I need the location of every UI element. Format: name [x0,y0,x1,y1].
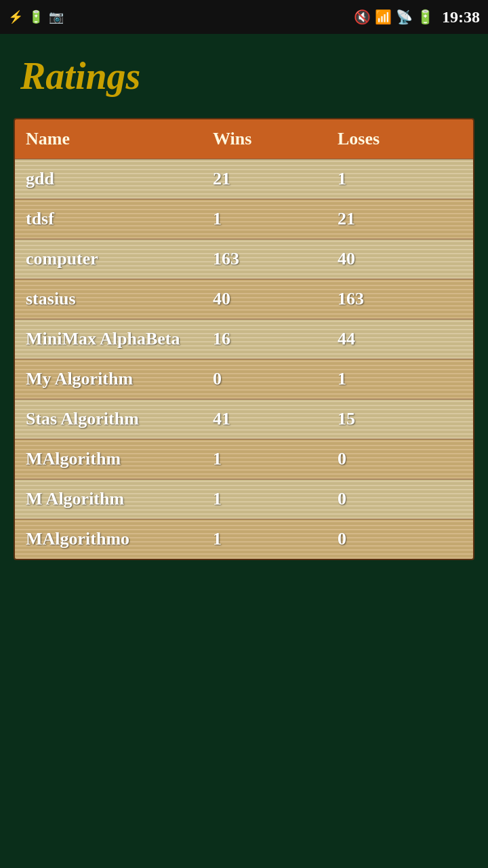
page-title: Ratings [0,34,488,111]
cell-loses: 0 [338,489,462,509]
cell-loses: 0 [338,529,462,549]
table-body: gdd211tdsf121computer16340stasius40163Mi… [15,159,473,559]
cell-wins: 41 [213,409,338,429]
cell-wins: 1 [213,529,338,549]
cell-name: Stas Algorithm [26,409,213,429]
table-row[interactable]: Stas Algorithm4115 [15,399,473,439]
cell-name: MAlgorithmo [26,529,213,549]
cell-wins: 16 [213,329,338,349]
table-row[interactable]: gdd211 [15,159,473,199]
usb-icon: ⚡ [8,9,23,24]
cell-loses: 1 [338,169,462,189]
cell-name: gdd [26,169,213,189]
cell-loses: 21 [338,209,462,229]
cell-name: M Algorithm [26,489,213,509]
cell-name: tdsf [26,209,213,229]
battery-icon: 🔋 [417,9,434,25]
cell-name: MAlgorithm [26,449,213,469]
table-row[interactable]: MAlgorithm10 [15,439,473,479]
cell-wins: 1 [213,449,338,469]
table-row[interactable]: tdsf121 [15,199,473,239]
table-row[interactable]: computer16340 [15,239,473,279]
table-row[interactable]: My Algorithm01 [15,359,473,399]
photo-icon: 📷 [49,9,64,24]
table-row[interactable]: MAlgorithmo10 [15,519,473,559]
cell-wins: 40 [213,289,338,309]
cell-name: stasius [26,289,213,309]
cell-loses: 163 [338,289,462,309]
signal-icon: 📡 [396,9,413,25]
cell-name: computer [26,249,213,269]
status-bar: ⚡ 🔋 📷 🔇 📶 📡 🔋 19:38 [0,0,488,34]
mute-icon: 🔇 [354,9,371,25]
cell-wins: 163 [213,249,338,269]
battery-small-icon: 🔋 [28,9,43,24]
wifi-icon: 📶 [375,9,392,25]
header-wins: Wins [213,129,338,149]
cell-loses: 40 [338,249,462,269]
cell-name: MiniMax AlphaBeta [26,329,213,349]
cell-loses: 44 [338,329,462,349]
cell-loses: 15 [338,409,462,429]
cell-wins: 0 [213,369,338,389]
table-header: Name Wins Loses [15,119,473,159]
cell-wins: 1 [213,209,338,229]
cell-loses: 0 [338,449,462,469]
header-loses: Loses [338,129,462,149]
cell-name: My Algorithm [26,369,213,389]
table-row[interactable]: M Algorithm10 [15,479,473,519]
status-time: 19:38 [442,8,480,26]
table-row[interactable]: stasius40163 [15,279,473,319]
cell-loses: 1 [338,369,462,389]
status-left-icons: ⚡ 🔋 📷 [8,9,64,24]
ratings-table: Name Wins Loses gdd211tdsf121computer163… [14,118,474,560]
cell-wins: 21 [213,169,338,189]
status-right-icons: 🔇 📶 📡 🔋 19:38 [354,8,480,26]
cell-wins: 1 [213,489,338,509]
table-row[interactable]: MiniMax AlphaBeta1644 [15,319,473,359]
header-name: Name [26,129,213,149]
